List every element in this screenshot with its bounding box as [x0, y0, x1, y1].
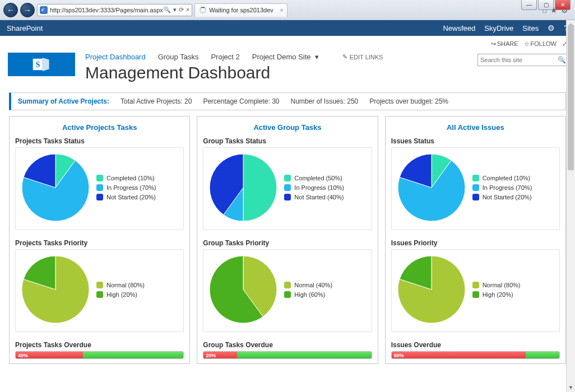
address-bar[interactable]: http://sps2013dev:3333/Pages/main.aspx 🔍… — [37, 4, 192, 16]
nav-sites[interactable]: Sites — [522, 24, 539, 32]
legend-item: Normal (40%) — [284, 282, 332, 288]
legend-label: High (20%) — [483, 291, 513, 298]
window-close-button[interactable]: ✕ — [555, 0, 571, 10]
legend-item: Completed (50%) — [284, 175, 344, 181]
status-chart-title: Projects Tasks Status — [15, 137, 184, 145]
refresh-icon[interactable]: ⟳ — [179, 6, 184, 13]
legend-item: Not Started (20%) — [96, 194, 156, 200]
dashboard-card: All Active Issues Issues Status Complete… — [385, 116, 566, 364]
legend-swatch — [96, 194, 103, 200]
nav-project-2[interactable]: Project 2 — [211, 53, 239, 61]
status-legend: Completed (50%)In Progress (10%)Not Star… — [284, 172, 344, 203]
page-header: S Project Dashboard Group Tasks Project … — [8, 52, 567, 82]
pencil-icon: ✎ — [342, 53, 347, 60]
legend-label: In Progress (70%) — [106, 184, 156, 191]
legend-swatch — [284, 291, 291, 298]
legend-label: Completed (10%) — [106, 175, 155, 181]
card-title: Active Group Tasks — [203, 123, 372, 132]
legend-label: High (20%) — [106, 291, 137, 298]
legend-swatch — [96, 282, 103, 288]
overdue-bar: 20% — [203, 351, 372, 359]
window-minimize-button[interactable]: — — [521, 0, 537, 10]
overdue-fill — [392, 352, 526, 358]
legend-swatch — [284, 175, 291, 181]
status-legend: Completed (10%)In Progress (70%)Not Star… — [472, 172, 532, 203]
pie-chart-icon — [395, 151, 468, 224]
legend-swatch — [284, 194, 291, 200]
svg-text:S: S — [36, 60, 40, 69]
stop-icon[interactable]: × — [186, 6, 189, 13]
priority-legend: Normal (80%)High (20%) — [96, 279, 145, 301]
overdue-title: Projects Tasks Overdue — [15, 341, 184, 349]
status-chart: Completed (10%)In Progress (70%)Not Star… — [391, 147, 560, 230]
legend-item: High (20%) — [96, 291, 145, 298]
tab-label: Waiting for sps2013dev — [209, 7, 273, 13]
page-actions-row: ↪SHARE ☆FOLLOW ⤢ — [0, 36, 575, 52]
vertical-scrollbar[interactable]: ▲ ▼ — [566, 20, 575, 392]
priority-chart: Normal (80%)High (20%) — [15, 249, 184, 332]
sharepoint-brand: SharePoint — [7, 24, 43, 32]
share-icon: ↪ — [491, 40, 496, 47]
legend-swatch — [96, 291, 103, 298]
page-title: Management Dashboard — [85, 63, 477, 82]
legend-item: Normal (80%) — [472, 282, 521, 288]
dashboard-card: Active Projects Tasks Projects Tasks Sta… — [9, 116, 190, 364]
legend-label: High (60%) — [294, 291, 325, 298]
forward-button[interactable]: → — [20, 3, 35, 17]
legend-swatch — [96, 175, 103, 181]
priority-legend: Normal (40%)High (60%) — [284, 279, 332, 301]
dashboard-grid: Active Projects Tasks Projects Tasks Sta… — [9, 116, 566, 364]
search-dropdown-icon[interactable]: 🔍 — [163, 6, 171, 13]
browser-chrome: ← → http://sps2013dev:3333/Pages/main.as… — [0, 0, 575, 20]
window-maximize-button[interactable]: ▢ — [538, 0, 554, 10]
dashboard-card: Active Group Tasks Group Tasks Status Co… — [197, 116, 378, 364]
legend-swatch — [472, 282, 479, 288]
url-text: http://sps2013dev:3333/Pages/main.aspx — [50, 7, 163, 13]
pie-chart-icon — [207, 253, 280, 326]
search-box[interactable]: 🔍 — [477, 54, 567, 66]
star-icon: ☆ — [524, 40, 530, 47]
nav-project-demo-site[interactable]: Project Demo Site ▾ — [252, 53, 319, 61]
search-icon[interactable]: 🔍 — [558, 56, 566, 64]
pie-chart-icon — [19, 253, 92, 326]
close-tab-icon[interactable]: × — [280, 7, 283, 13]
scroll-down-icon[interactable]: ▼ — [567, 383, 575, 392]
overdue-title: Group Tasks Overdue — [203, 341, 372, 349]
legend-swatch — [284, 282, 291, 288]
legend-item: High (20%) — [472, 291, 521, 298]
legend-item: High (60%) — [284, 291, 332, 298]
search-input[interactable] — [480, 57, 558, 63]
share-button[interactable]: ↪SHARE — [491, 40, 518, 48]
legend-swatch — [284, 184, 291, 191]
status-chart-title: Group Tasks Status — [203, 137, 372, 145]
nav-skydrive[interactable]: SkyDrive — [484, 24, 513, 32]
legend-item: Completed (10%) — [472, 175, 532, 181]
back-button[interactable]: ← — [3, 3, 18, 17]
priority-legend: Normal (80%)High (20%) — [472, 279, 521, 301]
scroll-thumb[interactable] — [568, 25, 574, 170]
summary-pct: Percentage Complete: 30 — [203, 97, 279, 105]
overdue-pct-label: 40% — [18, 352, 28, 359]
status-chart-title: Issues Status — [391, 137, 560, 145]
nav-project-dashboard[interactable]: Project Dashboard — [85, 53, 146, 61]
sharepoint-logo-icon: S — [32, 55, 51, 74]
nav-newsfeed[interactable]: Newsfeed — [443, 24, 475, 32]
settings-gear-icon[interactable]: ⚙ — [548, 24, 555, 32]
nav-group-tasks[interactable]: Group Tasks — [158, 53, 199, 61]
summary-header: Summary of Active Projects: — [18, 97, 109, 105]
edit-links-button[interactable]: ✎ EDIT LINKS — [342, 53, 383, 60]
legend-item: Not Started (40%) — [284, 194, 344, 200]
priority-chart-title: Issues Priority — [391, 239, 560, 247]
overdue-bar: 40% — [15, 351, 184, 359]
legend-item: Normal (80%) — [96, 282, 145, 288]
priority-chart-title: Group Tasks Priority — [203, 239, 372, 247]
legend-swatch — [96, 184, 103, 191]
browser-tab[interactable]: Waiting for sps2013dev × — [194, 3, 288, 17]
status-legend: Completed (10%)In Progress (70%)Not Star… — [96, 172, 156, 203]
follow-button[interactable]: ☆FOLLOW — [524, 40, 557, 48]
priority-chart-title: Projects Tasks Priority — [15, 239, 184, 247]
legend-label: In Progress (70%) — [483, 184, 532, 191]
loading-spinner-icon — [200, 7, 206, 13]
site-logo[interactable]: S — [8, 53, 75, 76]
legend-swatch — [472, 194, 479, 200]
